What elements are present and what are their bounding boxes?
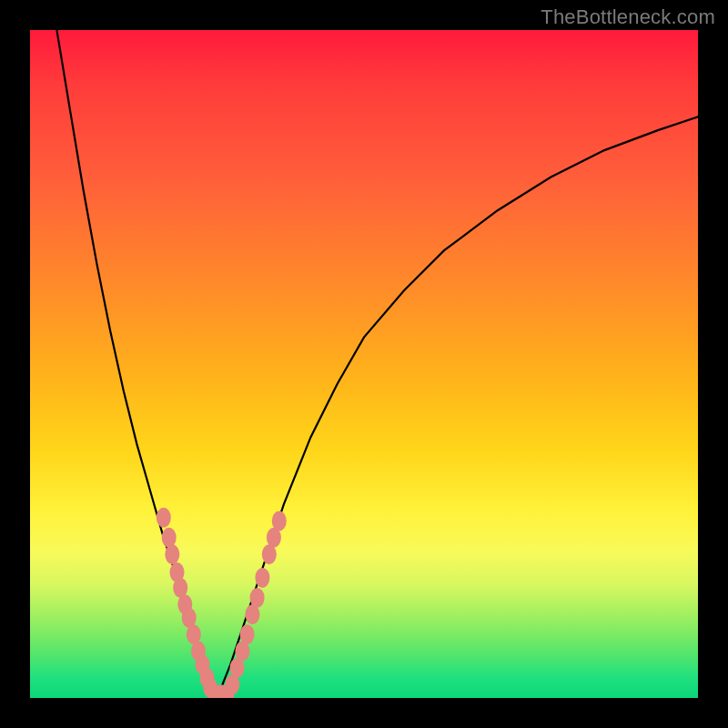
highlight-marker [157, 508, 171, 528]
highlight-markers [157, 508, 287, 698]
highlight-marker [165, 544, 179, 564]
highlight-marker [240, 624, 255, 644]
curve-group [56, 30, 698, 698]
highlight-marker [162, 528, 177, 548]
left-branch-curve [56, 30, 217, 698]
highlight-marker [255, 568, 269, 588]
chart-frame: TheBottleneck.com [0, 0, 728, 728]
plot-area [30, 30, 698, 698]
highlight-marker [272, 511, 287, 531]
highlight-marker [250, 588, 265, 608]
right-branch-curve [217, 116, 699, 698]
watermark-text: TheBottleneck.com [541, 5, 715, 29]
chart-svg [30, 30, 698, 698]
